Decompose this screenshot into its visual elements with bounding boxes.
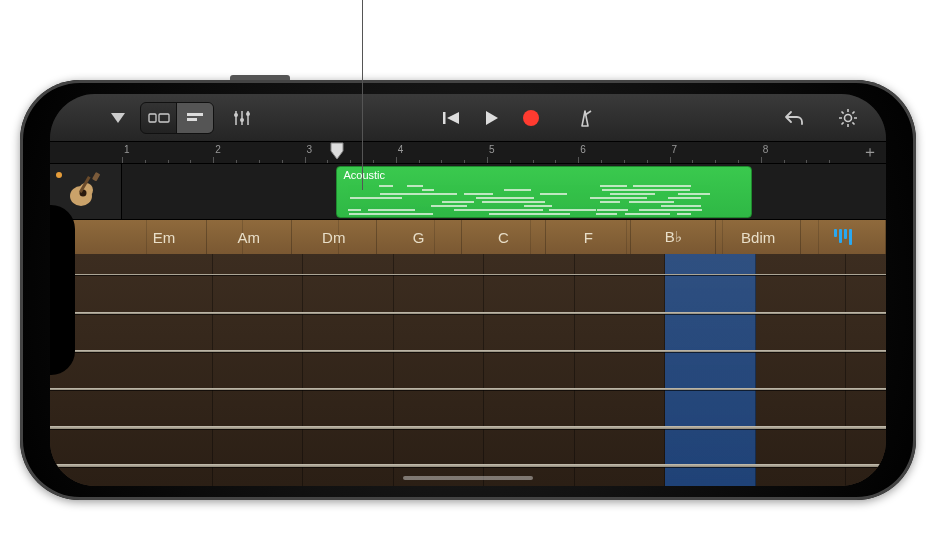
device-volume-button — [230, 75, 290, 80]
guitar-string[interactable] — [50, 350, 886, 352]
svg-line-18 — [842, 111, 844, 113]
metronome-button[interactable] — [567, 103, 603, 133]
svg-line-19 — [852, 122, 854, 124]
add-section-button[interactable]: ＋ — [858, 143, 882, 163]
menu-button[interactable] — [100, 103, 136, 133]
chord-column[interactable] — [484, 254, 575, 486]
guitar-string[interactable] — [50, 388, 886, 390]
svg-point-5 — [234, 113, 238, 117]
instrument-panel: EmAmDmGCFB♭Bdim — [50, 220, 886, 486]
rewind-button[interactable] — [433, 103, 469, 133]
track-mute-indicator — [56, 172, 62, 178]
guitar-string[interactable] — [50, 274, 886, 275]
chord-strip: EmAmDmGCFB♭Bdim — [50, 220, 886, 254]
home-indicator[interactable] — [403, 476, 533, 480]
ruler-bar-label: 7 — [672, 144, 678, 155]
track-row: Acoustic — [50, 164, 886, 220]
undo-button[interactable] — [776, 103, 812, 133]
svg-rect-1 — [159, 114, 169, 122]
chord-column[interactable] — [665, 254, 756, 486]
callout-line — [362, 0, 363, 190]
chord-button[interactable]: F — [546, 220, 631, 254]
play-button[interactable] — [473, 103, 509, 133]
chord-button[interactable]: G — [377, 220, 462, 254]
chord-button[interactable]: Dm — [292, 220, 377, 254]
device-frame: 12345678 ＋ — [20, 80, 916, 500]
timeline-ruler[interactable]: 12345678 ＋ — [50, 142, 886, 164]
chord-button[interactable]: Bdim — [716, 220, 801, 254]
ruler-bar-label: 4 — [398, 144, 404, 155]
recorded-region[interactable]: Acoustic — [336, 166, 751, 218]
guitar-string[interactable] — [50, 426, 886, 429]
chord-column[interactable] — [394, 254, 485, 486]
svg-point-9 — [246, 112, 250, 116]
region-label: Acoustic — [343, 169, 385, 181]
svg-point-7 — [240, 118, 244, 122]
chord-button[interactable]: Em — [122, 220, 207, 254]
settings-button[interactable] — [830, 103, 866, 133]
chord-button[interactable]: B♭ — [631, 220, 716, 254]
svg-rect-10 — [443, 112, 446, 124]
string-area[interactable] — [50, 254, 886, 486]
svg-point-13 — [845, 114, 852, 121]
region-midi-notes — [341, 185, 746, 213]
autoplay-toggle[interactable] — [801, 220, 886, 254]
guitar-icon — [66, 170, 106, 214]
chord-button[interactable]: Am — [207, 220, 292, 254]
chord-column[interactable] — [575, 254, 666, 486]
playhead[interactable] — [330, 142, 342, 158]
region-lane[interactable]: Acoustic — [122, 164, 886, 219]
ruler-bar-label: 1 — [124, 144, 130, 155]
ruler-bar-label: 8 — [763, 144, 769, 155]
svg-point-11 — [523, 110, 539, 126]
device-notch — [50, 205, 75, 375]
ruler-bar-label: 3 — [307, 144, 313, 155]
guitar-string[interactable] — [50, 312, 886, 314]
track-controls-button[interactable] — [224, 103, 260, 133]
guitar-string[interactable] — [50, 464, 886, 467]
svg-line-20 — [852, 111, 854, 113]
svg-rect-2 — [187, 113, 203, 116]
tracks-view-button[interactable] — [177, 103, 213, 133]
chord-column[interactable] — [303, 254, 394, 486]
browser-view-button[interactable] — [141, 103, 177, 133]
ruler-bar-label: 6 — [580, 144, 586, 155]
svg-rect-3 — [187, 118, 197, 121]
chord-column[interactable] — [756, 254, 847, 486]
ruler-bar-label: 2 — [215, 144, 221, 155]
ruler-bar-label: 5 — [489, 144, 495, 155]
garageband-app: 12345678 ＋ — [50, 94, 886, 486]
record-button[interactable] — [513, 103, 549, 133]
view-switcher — [140, 102, 214, 134]
chord-column[interactable] — [213, 254, 304, 486]
svg-rect-26 — [92, 172, 100, 181]
svg-line-21 — [842, 122, 844, 124]
toolbar — [50, 94, 886, 142]
chord-column[interactable] — [122, 254, 213, 486]
chord-button[interactable]: C — [462, 220, 547, 254]
svg-rect-0 — [149, 114, 156, 122]
